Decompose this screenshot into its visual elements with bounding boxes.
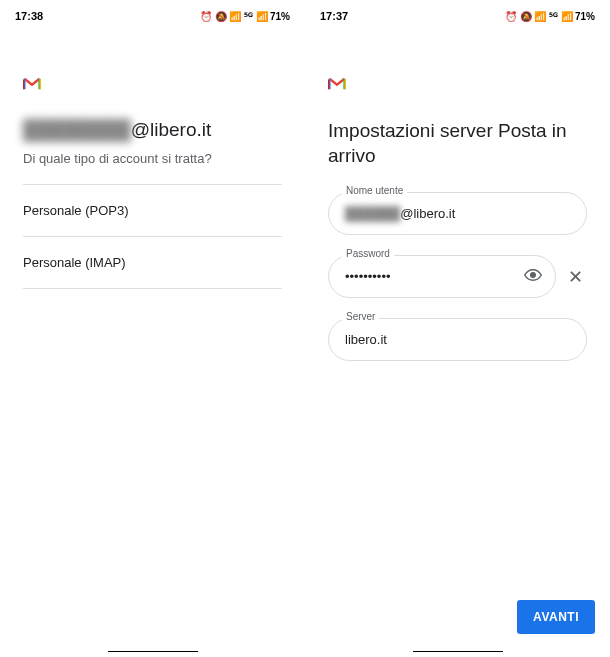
eye-icon[interactable] [524, 266, 542, 288]
username-input[interactable]: ██████@libero.it [328, 192, 587, 235]
clock: 17:38 [15, 10, 43, 22]
password-label: Password [342, 248, 394, 259]
option-pop3[interactable]: Personale (POP3) [23, 185, 282, 236]
email-title: ████████@libero.it [23, 119, 282, 141]
statusbar: 17:38 ⏰ 🔕 📶 ⁵ᴳ 📶 71% [5, 5, 300, 27]
svg-point-0 [531, 273, 536, 278]
password-field[interactable]: Password •••••••••• [328, 255, 556, 298]
battery-text: 71% [575, 11, 595, 22]
username-field[interactable]: Nome utente ██████@libero.it [328, 192, 587, 235]
divider [23, 288, 282, 289]
incoming-server-title: Impostazioni server Posta in arrivo [328, 119, 587, 168]
username-label: Nome utente [342, 185, 407, 196]
status-right: ⏰ 🔕 📶 ⁵ᴳ 📶 71% [200, 11, 290, 22]
gmail-logo-icon [23, 77, 41, 91]
home-indicator[interactable] [108, 651, 198, 652]
option-imap[interactable]: Personale (IMAP) [23, 237, 282, 288]
username-domain: @libero.it [400, 206, 455, 221]
phone-screen-right: 17:37 ⏰ 🔕 📶 ⁵ᴳ 📶 71% Impostazioni server… [310, 5, 605, 652]
password-value: •••••••••• [345, 269, 391, 284]
close-icon[interactable]: ✕ [564, 262, 587, 292]
email-masked: ████████ [23, 119, 131, 141]
phone-screen-left: 17:38 ⏰ 🔕 📶 ⁵ᴳ 📶 71% ████████@libero.it … [5, 5, 300, 652]
email-domain: @libero.it [131, 119, 212, 140]
account-type-question: Di quale tipo di account si tratta? [23, 151, 282, 166]
battery-text: 71% [270, 11, 290, 22]
status-icons: ⏰ 🔕 📶 ⁵ᴳ 📶 [200, 11, 268, 22]
password-input[interactable]: •••••••••• [328, 255, 556, 298]
server-input[interactable] [328, 318, 587, 361]
status-icons: ⏰ 🔕 📶 ⁵ᴳ 📶 [505, 11, 573, 22]
clock: 17:37 [320, 10, 348, 22]
home-indicator[interactable] [413, 651, 503, 652]
server-label: Server [342, 311, 379, 322]
gmail-logo-icon [328, 77, 346, 91]
statusbar: 17:37 ⏰ 🔕 📶 ⁵ᴳ 📶 71% [310, 5, 605, 27]
next-button[interactable]: AVANTI [517, 600, 595, 634]
status-right: ⏰ 🔕 📶 ⁵ᴳ 📶 71% [505, 11, 595, 22]
content-right: Impostazioni server Posta in arrivo Nome… [310, 27, 605, 652]
username-masked: ██████ [345, 206, 400, 221]
server-field[interactable]: Server [328, 318, 587, 361]
content-left: ████████@libero.it Di quale tipo di acco… [5, 27, 300, 652]
